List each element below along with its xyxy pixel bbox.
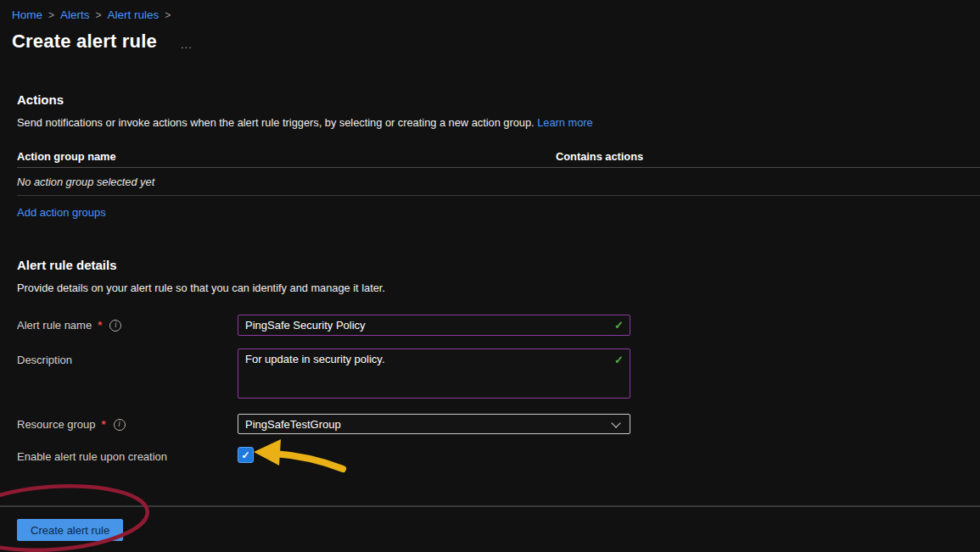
- alert-rule-name-label: Alert rule name* i: [17, 319, 121, 332]
- breadcrumb: Home > Alerts > Alert rules >: [12, 8, 171, 21]
- alert-rule-name-label-text: Alert rule name: [17, 319, 92, 332]
- resource-group-selected-value: PingSafeTestGroup: [245, 418, 341, 431]
- annotation-red-circle: [0, 480, 149, 552]
- column-contains-actions: Contains actions: [556, 150, 643, 163]
- enable-alert-rule-label: Enable alert rule upon creation: [17, 450, 167, 463]
- resource-group-label-text: Resource group: [17, 418, 96, 431]
- resource-group-label: Resource group* i: [17, 418, 126, 431]
- description-field-wrap: For update in security policy. ✓: [238, 348, 630, 402]
- action-group-table-header: Action group name Contains actions: [17, 148, 980, 168]
- enable-alert-rule-label-text: Enable alert rule upon creation: [17, 450, 167, 463]
- alert-rule-details-description: Provide details on your alert rule so th…: [17, 282, 385, 294]
- annotation-arrow-head: [254, 439, 281, 466]
- valid-check-icon: ✓: [614, 319, 624, 332]
- actions-description-text: Send notifications or invoke actions whe…: [17, 116, 535, 129]
- resource-group-dropdown[interactable]: PingSafeTestGroup: [238, 414, 630, 434]
- breadcrumb-alert-rules[interactable]: Alert rules: [108, 8, 160, 21]
- alert-rule-details-heading: Alert rule details: [17, 258, 117, 272]
- add-action-groups-link[interactable]: Add action groups: [17, 206, 106, 219]
- breadcrumb-home[interactable]: Home: [12, 8, 42, 21]
- create-alert-rule-button[interactable]: Create alert rule: [17, 519, 123, 541]
- description-label: Description: [17, 354, 72, 366]
- breadcrumb-alerts[interactable]: Alerts: [60, 8, 90, 21]
- breadcrumb-chevron-icon: >: [96, 9, 102, 21]
- create-alert-rule-page: Home > Alerts > Alert rules > Create ale…: [0, 0, 980, 552]
- chevron-down-icon: [611, 418, 620, 427]
- annotation-arrow-shaft: [275, 454, 343, 469]
- breadcrumb-chevron-icon: >: [48, 9, 54, 21]
- actions-description: Send notifications or invoke actions whe…: [17, 116, 593, 129]
- page-title: Create alert rule: [12, 31, 157, 53]
- column-action-group-name: Action group name: [17, 150, 116, 163]
- empty-state-text: No action group selected yet: [17, 176, 154, 188]
- info-icon[interactable]: i: [114, 419, 126, 431]
- table-row-empty: No action group selected yet: [17, 170, 980, 196]
- more-options-button[interactable]: ...: [181, 38, 193, 51]
- learn-more-link[interactable]: Learn more: [537, 116, 592, 129]
- description-textarea[interactable]: For update in security policy.: [238, 348, 630, 399]
- checkbox-check-icon: ✓: [241, 450, 249, 460]
- required-marker: *: [98, 319, 102, 332]
- resource-group-field-wrap: PingSafeTestGroup: [238, 414, 630, 434]
- alert-rule-name-input[interactable]: [238, 315, 630, 336]
- footer-divider: [0, 505, 980, 507]
- valid-check-icon: ✓: [614, 354, 624, 366]
- breadcrumb-chevron-icon: >: [165, 9, 171, 21]
- description-label-text: Description: [17, 354, 72, 366]
- actions-heading: Actions: [17, 92, 64, 107]
- title-row: Create alert rule ...: [12, 31, 193, 53]
- required-marker: *: [102, 418, 106, 431]
- info-icon[interactable]: i: [109, 320, 121, 332]
- enable-alert-rule-checkbox[interactable]: ✓: [238, 447, 254, 463]
- annotation-overlay: [0, 0, 980, 552]
- alert-rule-name-field-wrap: ✓: [238, 315, 630, 336]
